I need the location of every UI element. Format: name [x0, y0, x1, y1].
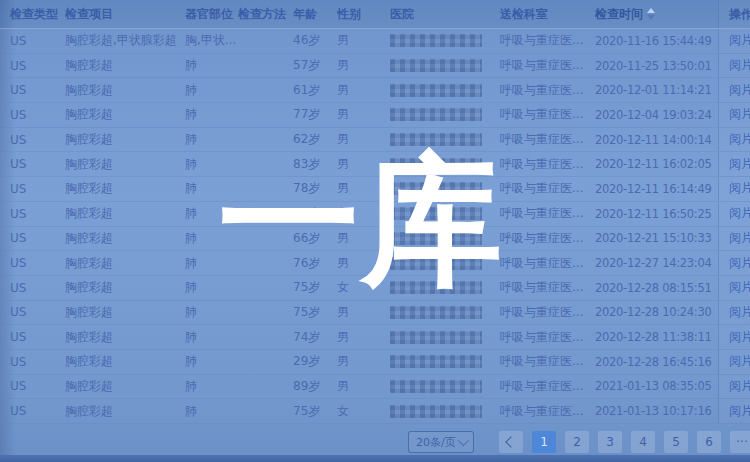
redacted-hospital-block: [390, 355, 482, 368]
view-images-link[interactable]: 阅片: [729, 329, 750, 346]
table-row: US胸腔彩超肺75岁男呼吸与重症医...2020-12-28 10:24:30阅…: [0, 301, 750, 326]
cell-dept: 呼吸与重症医...: [500, 353, 595, 370]
cell-dept: 呼吸与重症医...: [500, 329, 595, 346]
cell-gender: 男: [337, 32, 390, 49]
column-header-type: 检查类型: [10, 6, 65, 23]
cell-age: 77岁: [293, 106, 337, 123]
cell-dept: 呼吸与重症医...: [500, 106, 595, 123]
cell-gender: 女: [337, 403, 390, 420]
cell-age: 74岁: [293, 329, 337, 346]
cell-dept: 呼吸与重症医...: [500, 156, 595, 173]
page-size-select[interactable]: 20条/页: [408, 431, 474, 453]
cell-age: 75岁: [293, 403, 337, 420]
cell-time: 2020-12-27 14:23:04: [595, 256, 718, 270]
cell-hospital: [390, 405, 500, 418]
cell-time: 2020-12-28 11:38:11: [595, 330, 718, 344]
cell-type: US: [10, 281, 65, 295]
cell-dept: 呼吸与重症医...: [500, 378, 595, 395]
bottom-edge-bar: [0, 455, 750, 462]
redacted-hospital-block: [390, 108, 482, 121]
cell-hospital: [390, 182, 500, 195]
page-ellipsis-button[interactable]: ···: [730, 431, 750, 453]
cell-item: 胸腔彩超: [65, 205, 185, 222]
view-images-link[interactable]: 阅片: [729, 32, 750, 49]
redacted-hospital-block: [390, 59, 482, 72]
cell-hospital: [390, 232, 500, 245]
cell-type: US: [10, 59, 65, 73]
view-images-link[interactable]: 阅片: [729, 156, 750, 173]
cell-type: US: [10, 83, 65, 97]
redacted-hospital-block: [390, 34, 482, 47]
cell-type: US: [10, 108, 65, 122]
view-images-link[interactable]: 阅片: [729, 378, 750, 395]
cell-item: 胸腔彩超: [65, 180, 185, 197]
page-button-5[interactable]: 5: [664, 431, 688, 453]
cell-type: US: [10, 34, 65, 48]
cell-hospital: [390, 108, 500, 121]
cell-hospital: [390, 281, 500, 294]
prev-page-button[interactable]: [499, 431, 523, 453]
column-header-time[interactable]: 检查时间: [595, 6, 718, 23]
table-row: US胸腔彩超肺77岁男呼吸与重症医...2020-12-04 19:03:24阅…: [0, 103, 750, 128]
cell-gender: 男: [337, 180, 390, 197]
table-row: US胸腔彩超肺83岁男呼吸与重症医...2020-12-11 16:02:05阅…: [0, 152, 750, 177]
view-images-link[interactable]: 阅片: [729, 205, 750, 222]
cell-item: 胸腔彩超: [65, 230, 185, 247]
view-images-link[interactable]: 阅片: [729, 131, 750, 148]
view-images-link[interactable]: 阅片: [729, 353, 750, 370]
cell-ops: 阅片: [718, 375, 750, 399]
cell-hospital: [390, 34, 500, 47]
cell-ops: 阅片: [718, 276, 750, 300]
view-images-link[interactable]: 阅片: [729, 82, 750, 99]
view-images-link[interactable]: 阅片: [729, 279, 750, 296]
cell-time: 2020-12-04 19:03:24: [595, 108, 718, 122]
cell-item: 胸腔彩超: [65, 403, 185, 420]
page-button-3[interactable]: 3: [598, 431, 622, 453]
chevron-left-icon: [505, 436, 516, 447]
column-header-item: 检查项目: [65, 6, 185, 23]
view-images-link[interactable]: 阅片: [729, 57, 750, 74]
cell-organ: 肺: [185, 353, 238, 370]
page-button-2[interactable]: 2: [565, 431, 589, 453]
cell-item: 胸腔彩超: [65, 329, 185, 346]
cell-hospital: [390, 380, 500, 393]
cell-item: 胸腔彩超: [65, 353, 185, 370]
cell-ops: 阅片: [718, 29, 750, 53]
column-header-organ: 器官部位: [185, 6, 238, 23]
cell-hospital: [390, 331, 500, 344]
cell-dept: 呼吸与重症医...: [500, 230, 595, 247]
cell-age: 57岁: [293, 57, 337, 74]
view-images-link[interactable]: 阅片: [729, 304, 750, 321]
redacted-hospital-block: [390, 306, 482, 319]
view-images-link[interactable]: 阅片: [729, 255, 750, 272]
cell-item: 胸腔彩超: [65, 57, 185, 74]
cell-organ: 肺: [185, 403, 238, 420]
cell-hospital: [390, 84, 500, 97]
view-images-link[interactable]: 阅片: [729, 403, 750, 420]
page-button-4[interactable]: 4: [631, 431, 655, 453]
cell-hospital: [390, 257, 500, 270]
cell-time: 2020-12-11 16:02:05: [595, 157, 718, 171]
page-button-6[interactable]: 6: [697, 431, 721, 453]
cell-age: 89岁: [293, 378, 337, 395]
cell-organ: 肺: [185, 57, 238, 74]
sort-caret-icon[interactable]: [647, 8, 655, 20]
cell-dept: 呼吸与重症医...: [500, 403, 595, 420]
cell-dept: 呼吸与重症医...: [500, 131, 595, 148]
cell-organ: 胸,甲状...: [185, 32, 238, 49]
view-images-link[interactable]: 阅片: [729, 230, 750, 247]
chevron-down-icon: [458, 435, 469, 446]
cell-organ: 肺: [185, 329, 238, 346]
table-body: US胸腔彩超,甲状腺彩超胸,甲状...46岁男呼吸与重症医...2020-11-…: [0, 29, 750, 424]
view-images-link[interactable]: 阅片: [729, 106, 750, 123]
table-row: US胸腔彩超肺66岁男呼吸与重症医...2020-12-21 15:10:33阅…: [0, 227, 750, 252]
cell-time: 2020-12-21 15:10:33: [595, 231, 718, 245]
page-button-1[interactable]: 1: [532, 431, 556, 453]
view-images-link[interactable]: 阅片: [729, 180, 750, 197]
column-header-age: 年龄: [293, 6, 337, 23]
cell-organ: 肺: [185, 255, 238, 272]
cell-hospital: [390, 355, 500, 368]
table-row: US胸腔彩超肺29岁男呼吸与重症医...2020-12-28 16:45:16阅…: [0, 350, 750, 375]
cell-hospital: [390, 59, 500, 72]
cell-dept: 呼吸与重症医...: [500, 82, 595, 99]
